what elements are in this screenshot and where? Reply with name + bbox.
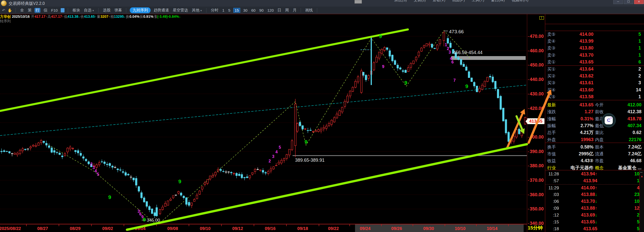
ask-row-5[interactable]: 卖①413.656 (545, 59, 644, 65)
toolbar-button-分时[interactable]: 分时 (210, 8, 219, 13)
menu-item-2[interactable]: 查看(V) (433, 0, 445, 7)
date-label: 09/22 (328, 226, 339, 231)
tick-row: :09413.88↑12 (545, 205, 644, 212)
floating-capture-button[interactable]: C ✦ (602, 113, 616, 127)
ohlc-field: 换0.04% (126, 14, 139, 18)
ohlc-field: 振0.91% (140, 14, 153, 18)
toolbar-button-周[interactable]: 周 (284, 8, 290, 13)
stat-row: 最新413.65今开412.00 (545, 102, 644, 108)
stock-header[interactable] (545, 15, 644, 24)
tick-scrollbar[interactable]: ⊷ ▲ (639, 171, 644, 232)
menu-item-1[interactable]: 交易(J) (414, 0, 426, 7)
weibi-row (545, 24, 644, 31)
toolbar-button-趋势通道[interactable]: 趋势通道 (153, 8, 170, 13)
candlestick-chart[interactable]: 473.66456.59-454.44389.65-389.91345.0023… (0, 14, 527, 224)
date-tick (124, 224, 124, 226)
date-tick (26, 224, 27, 226)
svg-text:456.59-454.44: 456.59-454.44 (453, 50, 482, 55)
toolbar-button-月[interactable]: 月 (292, 8, 297, 13)
date-axis-highlight (355, 224, 524, 232)
toolbar-separator (15, 8, 16, 12)
stock-name-partial: 方华创 (0, 14, 11, 18)
hand-icon[interactable]: ✋ (8, 8, 12, 13)
trading-app-window: 交易师经典版V2.2.0 系统(S)交易(J)查看(V)画面(P)工具(T)窗口… (0, 0, 644, 232)
ask-row-1[interactable]: 卖⑤414.005 (545, 31, 644, 38)
toolbar-button-弹幕[interactable]: 弹幕 (114, 8, 123, 13)
stat-row: 涨跌1.27前收412.38 (545, 108, 644, 115)
toolbar-button-5[interactable]: 5 (228, 8, 231, 13)
svg-text:9: 9 (379, 33, 382, 39)
indicator-label: 转序列 (0, 19, 11, 24)
ask-row-3[interactable]: 卖③413.801 (545, 45, 644, 52)
date-tick (445, 224, 445, 226)
toolbar-button-策[interactable]: 策 (27, 8, 32, 13)
stat-row: 外盘19963内盘22176 (545, 136, 644, 143)
stat-row: 市值2995亿流通7.24亿 (545, 151, 644, 157)
toolbar-button-日[interactable]: 日 (277, 8, 282, 13)
toolbar-button-15[interactable]: 15 (233, 8, 240, 13)
toolbar-button-全[interactable]: 全 (19, 8, 25, 13)
svg-text:4: 4 (276, 150, 278, 154)
toolbar-button-90[interactable]: 90 (259, 8, 264, 13)
split-window-icon[interactable] (539, 16, 544, 20)
period-label[interactable]: 15分钟 (528, 225, 543, 231)
toolbar-button-▪[interactable]: ▪ (61, 8, 65, 12)
panel-divider (545, 100, 644, 100)
bid-row-3[interactable]: 买③413.613 (545, 79, 644, 86)
toolbar-button-30[interactable]: 30 (243, 8, 248, 13)
menu-item-3[interactable]: 画面(P) (452, 0, 465, 7)
price-axis-label: -460.00 (528, 48, 544, 54)
ask-row-4[interactable]: 卖②413.701 (545, 52, 644, 59)
date-label: 09/12 (232, 226, 243, 231)
toolbar-button-自选[interactable]: 自选▼ (83, 8, 95, 13)
bid-row-4[interactable]: 买④413.6014 (545, 87, 644, 93)
titlebar-widget-icon[interactable] (355, 0, 362, 4)
toolbar-button-画线[interactable]: 画线 (304, 8, 314, 13)
ohlc-field: 开417.17↑ (31, 14, 47, 18)
stat-row: 涨幅0.31%最高418.78 (545, 115, 644, 122)
toolbar-button-F10[interactable]: F10 (50, 8, 58, 13)
toolbar-button-板块[interactable]: 板块 (72, 8, 81, 13)
last-price-tag: 413.65 (527, 118, 544, 124)
bid-row-1[interactable]: 买①413.642 (545, 66, 644, 73)
close-button[interactable]: ✕ (634, 0, 644, 4)
date-tick (189, 224, 189, 226)
toolbar-button-1[interactable]: 1 (221, 8, 225, 13)
toolbar-button-其他[interactable]: 其他▼ (191, 8, 203, 13)
svg-text:9: 9 (178, 178, 181, 184)
toolbar-separator (206, 8, 207, 12)
menu-item-5[interactable]: 窗口(W) (491, 0, 505, 7)
toolbar-button-120[interactable]: 120 (267, 8, 275, 13)
svg-text:5: 5 (279, 145, 281, 150)
ohlc-field: 额13295↓ (110, 14, 126, 18)
menu-item-6[interactable]: 视频帮(H) (512, 0, 528, 7)
toolbar-button-星空雷达[interactable]: 星空雷达 (172, 8, 189, 13)
toolbar-button-行[interactable]: 行 (35, 8, 40, 13)
menu-item-4[interactable]: 工具(T) (472, 0, 484, 7)
date-label: 09/24 (360, 226, 371, 231)
menu-item-0[interactable]: 系统(S) (394, 0, 407, 7)
bid-row-5[interactable]: 买⑤413.581 (545, 93, 644, 100)
maximize-button[interactable]: ☐ (624, 0, 633, 4)
back-icon[interactable]: ↶ (2, 8, 5, 13)
minimize-button[interactable]: ─ (613, 0, 623, 4)
svg-text:473.66: 473.66 (449, 29, 464, 34)
toolbar-button-选股[interactable]: 选股 (102, 8, 111, 13)
price-axis-label: -370.00 (528, 178, 544, 183)
ask-row-2[interactable]: 卖④413.991 (545, 38, 644, 45)
toolbar-button-60[interactable]: 60 (250, 8, 256, 13)
quote-panel: 卖⑤414.005卖④413.991卖③413.801卖②413.701卖①41… (545, 14, 644, 232)
bid-row-2[interactable]: 买②413.622 (545, 73, 644, 79)
scroll-up-icon[interactable]: ▲ (640, 175, 643, 178)
svg-text:2: 2 (269, 159, 271, 163)
svg-text:345.00: 345.00 (147, 218, 160, 223)
date-tick (91, 224, 92, 226)
toolbar-button-九转序列[interactable]: 九转序列 (130, 7, 151, 13)
capture-logo-icon: C ✦ (605, 116, 613, 124)
date-tick (349, 224, 350, 226)
chevron-down-icon: ▼ (200, 9, 202, 12)
price-axis-label: -380.00 (528, 163, 544, 169)
date-tick (254, 224, 254, 226)
toolbar-button-信[interactable]: 信 (43, 8, 48, 13)
chevron-down-icon: ▼ (92, 9, 94, 12)
